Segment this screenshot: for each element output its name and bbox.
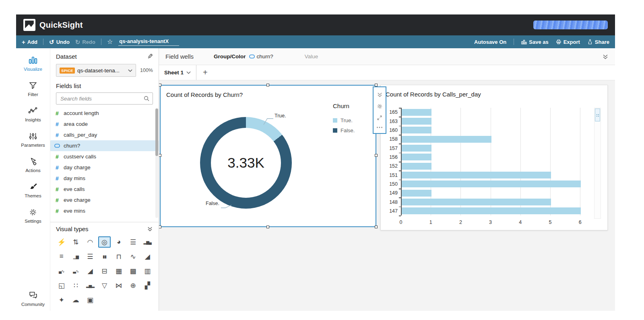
bar-chart-visual-card[interactable]: Count of Records by Calls_per_day 012345… [380,85,608,230]
sidebar-item-insights[interactable]: Insights [25,105,41,122]
resize-handle-s[interactable] [266,226,269,228]
visual-type-line-chart-icon[interactable]: ∿ [127,251,140,262]
add-sheet-button[interactable]: + [196,65,214,80]
visual-type-vertical-100-stacked-bar-icon[interactable]: ▮▮ [98,251,111,262]
visual-type-filled-map-icon[interactable]: ▞ [141,280,154,291]
sidebar-item-settings[interactable]: Settings [25,207,41,224]
visual-type-gauge-icon[interactable]: ◠ [84,236,97,248]
collapse-visual-icon[interactable] [377,92,383,98]
field-item-eve-calls[interactable]: #eve calls [50,184,159,195]
group-color-field-chip[interactable]: churn? [249,53,273,59]
bar-163[interactable] [402,118,431,125]
field-item-day-charge[interactable]: #day charge [50,162,159,173]
bar-151[interactable] [402,172,551,178]
sidebar-item-community[interactable]: Community [21,290,45,307]
redo-button[interactable]: ↻ Redo [75,39,95,45]
save-as-button[interactable]: Save as [521,39,548,45]
visual-type-word-cloud-icon[interactable]: ☁ [70,294,83,306]
maximize-visual-icon[interactable] [377,115,382,121]
tab-sheet-1[interactable]: Sheet 1 [159,65,196,80]
sidebar-item-themes[interactable]: Themes [25,181,41,198]
visual-type-heat-map-icon[interactable]: ▦ [112,265,125,277]
visual-type-vertical-bar-icon[interactable]: ▂▆▄ [141,236,154,248]
analysis-name-input[interactable]: qs-analysis-tenantX [118,38,179,46]
visual-type-histogram-icon[interactable]: ▂▅▂ [84,280,97,291]
bar-chart-scrollbar-track[interactable] [594,108,601,219]
resize-handle-se[interactable] [375,226,378,228]
visual-settings-gear-icon[interactable] [377,103,383,109]
search-fields-input[interactable] [60,95,144,102]
favorite-star-icon[interactable]: ☆ [107,39,113,45]
legend-item-true[interactable]: True. [333,117,355,123]
visual-type-horizontal-bar-icon[interactable]: ☰ [127,236,140,248]
edit-dataset-pencil-icon[interactable]: ✎ [147,52,153,61]
visual-type-vertical-stacked-bar-icon[interactable]: ▁▆ [70,251,83,262]
field-wells-label[interactable]: Field wells [165,53,194,60]
bar-160[interactable] [402,127,431,133]
resize-handle-w[interactable] [159,154,161,157]
visual-type-pivot-table-icon[interactable]: ▩ [127,265,140,277]
undo-button[interactable]: ↺ Undo [49,39,70,45]
visual-type-custom-visual-icon[interactable]: ▣ [84,294,97,306]
visual-type-sankey-icon[interactable]: ⋈ [112,280,125,291]
field-item-day-mins[interactable]: #day mins [50,173,159,184]
autosave-toggle[interactable]: Autosave On [474,39,506,45]
export-button[interactable]: Export [556,39,580,45]
field-item-account-length[interactable]: #account length [50,108,159,119]
bar-165[interactable] [402,109,431,116]
user-identity-redacted[interactable] [533,21,608,29]
sidebar-item-visualize[interactable]: Visualize [24,55,42,72]
quicksight-logo-icon[interactable] [23,19,35,31]
resize-handle-e[interactable] [375,154,378,157]
share-button[interactable]: Share [587,39,609,45]
visual-type-points-on-map-icon[interactable]: ⊕ [127,280,140,291]
visual-type-horizontal-stacked-bar-icon[interactable]: ≡ [55,251,68,262]
resize-handle-n[interactable] [266,84,269,86]
bar-148[interactable] [402,199,551,205]
add-button[interactable]: + Add [22,39,37,45]
sidebar-item-actions[interactable]: Actions [25,156,41,173]
field-item-calls-per-day[interactable]: #calls_per_day [50,129,159,140]
resize-handle-nw[interactable] [159,84,161,86]
visual-type-waterfall-icon[interactable]: ⊓ [112,251,125,262]
resize-handle-ne[interactable] [375,84,378,86]
field-wells-collapse-icon[interactable] [602,53,609,60]
visual-menu-ellipsis-icon[interactable] [376,126,383,129]
visual-type-auto-graph-icon[interactable]: ⚡ [55,236,68,248]
visual-type-insights-icon[interactable]: ✦ [55,294,68,306]
field-item-eve-charge[interactable]: #eve charge [50,195,159,205]
fields-scrollbar-thumb[interactable] [155,109,158,156]
collapse-chevrons-icon[interactable] [147,226,153,232]
field-item-custserv-calls[interactable]: #custserv calls [50,151,159,162]
visual-type-donut-chart-icon[interactable]: ◎ [98,236,111,248]
bar-152[interactable] [402,163,431,170]
field-item-area-code[interactable]: #area code [50,119,159,129]
resize-handle-sw[interactable] [159,226,161,228]
visual-type-box-plot-icon[interactable]: ⊟ [98,265,111,277]
bar-150[interactable] [402,181,581,187]
sidebar-item-parameters[interactable]: Parameters [21,131,45,148]
visual-type-kpi-icon[interactable]: ⇅ [70,236,83,248]
visual-type-area-line-chart-icon[interactable]: ◢ [141,251,154,262]
visual-type-pie-chart-icon[interactable]: ◕ [112,236,125,248]
sidebar-item-filter[interactable]: Filter [28,80,38,97]
visual-type-combo-clustered-bar-line-icon[interactable]: ▃∿ [70,265,83,277]
bar-chart-scrollbar-thumb[interactable] [595,109,600,121]
dataset-dropdown[interactable]: SPICE qs-dataset-tena... [56,64,136,77]
legend-item-false[interactable]: False. [333,127,355,133]
field-item-eve-mins[interactable]: #eve mins [50,205,159,216]
value-well-label[interactable]: Value [305,53,318,59]
visual-type-scatter-plot-icon[interactable]: ∷ [70,280,83,291]
visual-type-stacked-area-icon[interactable]: ◢ [84,265,97,277]
donut-chart[interactable] [200,117,292,209]
visual-type-combo-bar-line-icon[interactable]: ▄∿ [55,265,68,277]
visual-type-funnel-icon[interactable]: ▽ [98,280,111,291]
bar-149[interactable] [402,190,431,197]
bar-147[interactable] [402,207,581,214]
bar-158[interactable] [402,136,491,143]
field-item-churn-[interactable]: churn? [50,140,159,151]
visual-type-tree-map-icon[interactable]: ◱ [55,280,68,291]
donut-visual-card[interactable]: Count of Records by Churn? 3.33K True. F… [160,85,376,227]
visual-type-table-icon[interactable]: ▥ [141,265,154,277]
bar-156[interactable] [402,154,431,160]
